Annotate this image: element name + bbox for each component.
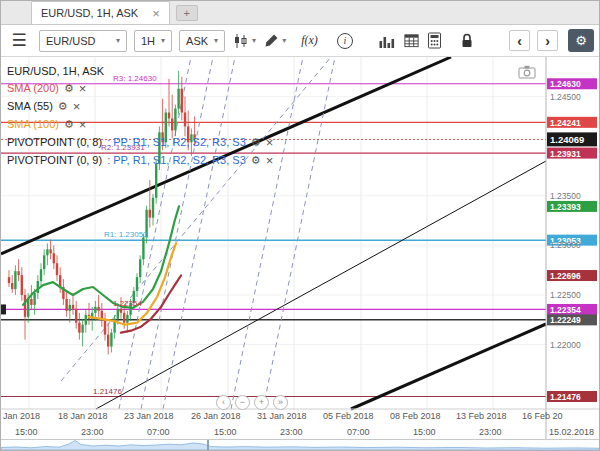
- indicator-settings-icon[interactable]: ⚙: [64, 83, 74, 94]
- symbol-select[interactable]: EUR/USD ▾: [39, 30, 127, 52]
- pivot-levels-links[interactable]: : PP, R1, S1, R2, S2, R3, S3: [107, 154, 246, 166]
- svg-text:07:00: 07:00: [347, 427, 370, 437]
- chart-tab-bar: EUR/USD, 1H, ASK × +: [1, 1, 599, 25]
- svg-text:1.24241: 1.24241: [550, 118, 581, 128]
- legend-indicator-sma-100: SMA (100) ⚙ ×: [7, 115, 273, 133]
- svg-text:1.24630: 1.24630: [550, 79, 581, 89]
- time-axis[interactable]: Jan 201818 Jan 201823 Jan 201826 Jan 201…: [3, 411, 594, 437]
- draw-tool-button[interactable]: ▾: [263, 32, 286, 49]
- indicator-remove-icon[interactable]: ×: [266, 154, 274, 167]
- pencil-icon: [263, 32, 280, 49]
- indicator-settings-icon[interactable]: ⚙: [251, 137, 261, 148]
- svg-text:1.23500: 1.23500: [550, 191, 581, 201]
- info-button[interactable]: i: [337, 33, 353, 49]
- settings-button[interactable]: ⚙: [568, 29, 594, 52]
- svg-text:1.22500: 1.22500: [550, 290, 581, 300]
- svg-text:23 Jan 2018: 23 Jan 2018: [124, 411, 174, 421]
- range-navigator-chart[interactable]: [1, 440, 600, 450]
- timeframe-value: 1H: [141, 35, 155, 47]
- menu-icon[interactable]: ☰: [6, 30, 32, 51]
- indicator-remove-icon[interactable]: ×: [266, 136, 274, 149]
- legend-indicator-sma-200: SMA (200) ⚙ ×: [7, 79, 273, 97]
- svg-text:08 Feb 2018: 08 Feb 2018: [390, 411, 441, 421]
- jump-to-latest-button[interactable]: »: [273, 395, 288, 410]
- indicator-remove-icon[interactable]: ×: [73, 100, 81, 113]
- svg-text:15:00: 15:00: [15, 427, 38, 437]
- svg-text:23:00: 23:00: [81, 427, 104, 437]
- volume-columns-button[interactable]: [378, 32, 396, 50]
- indicator-remove-icon[interactable]: ×: [79, 118, 87, 131]
- svg-text:31 Jan 2018: 31 Jan 2018: [257, 411, 307, 421]
- chart-symbol-title: EUR/USD, 1H, ASK: [7, 62, 273, 79]
- timeframe-select[interactable]: 1H ▾: [134, 30, 172, 52]
- svg-text:1.21476: 1.21476: [550, 392, 581, 402]
- indicator-settings-icon[interactable]: ⚙: [251, 155, 261, 166]
- svg-text:1.24500: 1.24500: [550, 92, 581, 102]
- navigator-handle[interactable]: [207, 440, 209, 450]
- svg-text:15:00: 15:00: [214, 427, 237, 437]
- legend-indicator-sma-55: SMA (55) ⚙ ×: [7, 97, 273, 115]
- symbol-value: EUR/USD: [46, 35, 96, 47]
- svg-text:R1: 1.23053: R1: 1.23053: [104, 230, 148, 239]
- scroll-right-button[interactable]: ›: [537, 30, 558, 51]
- calculator-button[interactable]: [427, 32, 442, 49]
- svg-text:1.22354: 1.22354: [550, 305, 581, 315]
- price-type-select[interactable]: ASK ▾: [179, 30, 225, 52]
- calendar-button[interactable]: [403, 32, 420, 49]
- info-icon: i: [343, 36, 346, 46]
- chart-tab[interactable]: EUR/USD, 1H, ASK ×: [31, 1, 170, 24]
- svg-text:1.21476: 1.21476: [93, 387, 122, 396]
- svg-text:26 Jan 2018: 26 Jan 2018: [191, 411, 241, 421]
- svg-text:1.23393: 1.23393: [550, 202, 581, 212]
- new-tab-button[interactable]: +: [176, 5, 198, 21]
- navigator-area: [1, 441, 600, 451]
- svg-text:23:00: 23:00: [280, 427, 303, 437]
- gear-icon: ⚙: [575, 33, 587, 48]
- svg-text:1.23000: 1.23000: [550, 240, 581, 250]
- zoom-in-button[interactable]: +: [254, 395, 269, 410]
- indicator-label: SMA (100): [7, 118, 59, 130]
- svg-text:16 Feb 20: 16 Feb 20: [522, 411, 563, 421]
- indicator-label: SMA (200): [7, 82, 59, 94]
- trading-platform-window: EUR/USD, 1H, ASK × + ☰ EUR/USD ▾ 1H ▾ AS…: [0, 0, 600, 451]
- svg-text:05 Feb 2018: 05 Feb 2018: [323, 411, 374, 421]
- scroll-left-button[interactable]: ‹: [509, 30, 530, 51]
- svg-text:07:00: 07:00: [147, 427, 170, 437]
- svg-text:23:00: 23:00: [479, 427, 502, 437]
- svg-text:1.22354: 1.22354: [113, 299, 142, 308]
- chevron-down-icon: ▾: [252, 37, 256, 45]
- close-icon[interactable]: ×: [152, 7, 160, 20]
- chart-type-button[interactable]: ▾: [232, 32, 256, 50]
- legend-indicator-pivotpoint-8: PIVOTPOINT (0, 8) : PP, R1, S1, R2, S2, …: [7, 133, 273, 151]
- indicators-fx-button[interactable]: f(x): [301, 33, 318, 48]
- range-navigator[interactable]: [1, 439, 599, 450]
- indicator-label: PIVOTPOINT (0, 8): [7, 136, 102, 148]
- chart-legend: EUR/USD, 1H, ASK SMA (200) ⚙ × SMA (55) …: [7, 62, 273, 169]
- chart-nav-controls: ‹ − + »: [216, 395, 288, 410]
- chart-tab-title: EUR/USD, 1H, ASK: [41, 7, 138, 19]
- pan-left-button[interactable]: ‹: [216, 395, 231, 410]
- legend-indicator-pivotpoint-9: PIVOTPOINT (0, 9) : PP, R1, S1, R2, S2, …: [7, 151, 273, 169]
- lock-button[interactable]: [459, 32, 475, 49]
- chart-area: R3: 1.24630R2: 1.23931R1: 1.230531.22354…: [1, 57, 600, 439]
- svg-text:1.24069: 1.24069: [550, 134, 584, 145]
- chevron-down-icon: ▾: [214, 37, 218, 45]
- indicator-settings-icon[interactable]: ⚙: [64, 119, 74, 130]
- svg-text:15:00: 15:00: [413, 427, 436, 437]
- price-type-value: ASK: [186, 35, 208, 47]
- pivot-levels-links[interactable]: : PP, R1, S1, R2, S2, R3, S3: [107, 136, 246, 148]
- indicator-label: SMA (55): [7, 100, 53, 112]
- svg-text:13 Feb 2018: 13 Feb 2018: [456, 411, 507, 421]
- indicator-label: PIVOTPOINT (0, 9): [7, 154, 102, 166]
- svg-text:18 Jan 2018: 18 Jan 2018: [58, 411, 108, 421]
- indicator-settings-icon[interactable]: ⚙: [58, 101, 68, 112]
- zoom-out-button[interactable]: −: [235, 395, 250, 410]
- snapshot-camera-icon[interactable]: [518, 64, 536, 80]
- svg-text:1.23931: 1.23931: [550, 149, 581, 159]
- chart-toolbar: ☰ EUR/USD ▾ 1H ▾ ASK ▾ ▾ ▾ f(x) i ‹: [1, 25, 599, 57]
- svg-text:15.02.2018: 15.02.2018: [549, 427, 594, 437]
- chart-type-icon: [232, 32, 250, 50]
- chevron-down-icon: ▾: [116, 37, 120, 45]
- indicator-remove-icon[interactable]: ×: [79, 82, 87, 95]
- chevron-down-icon: ▾: [161, 37, 165, 45]
